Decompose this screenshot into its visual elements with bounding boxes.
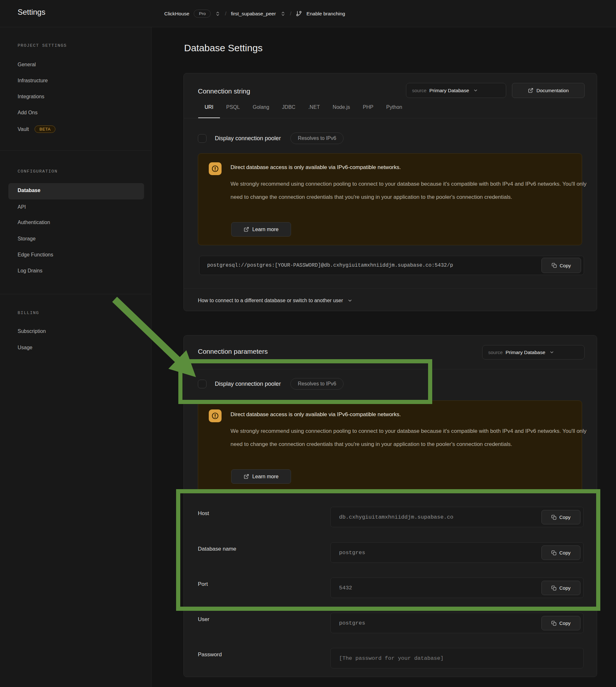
- sidebar-divider: [0, 294, 151, 294]
- tab-psql[interactable]: PSQL: [220, 104, 246, 118]
- card-title: Connection parameters: [198, 348, 268, 355]
- sidebar-item-subscription[interactable]: Subscription: [18, 329, 46, 334]
- pooler-checkbox-label: Display connection pooler: [215, 381, 281, 387]
- section-label-billing: BILLING: [18, 311, 39, 315]
- connect-help-disclosure[interactable]: How to connect to a different database o…: [198, 294, 352, 307]
- pooler-toggle-row: Display connection pooler Resolves to IP…: [198, 378, 344, 390]
- display-connection-pooler-checkbox[interactable]: [198, 134, 206, 143]
- documentation-button[interactable]: Documentation: [512, 83, 585, 98]
- source-select-label: source: [412, 88, 426, 93]
- sidebar-item-general[interactable]: General: [18, 62, 36, 68]
- sidebar-item-vault[interactable]: Vault BETA: [18, 126, 56, 133]
- warning-body: We strongly recommend using connection p…: [230, 424, 595, 451]
- chevrons-up-down-icon[interactable]: [281, 11, 286, 16]
- tab-golang[interactable]: Golang: [246, 104, 276, 118]
- source-select-value: Primary Database: [430, 88, 469, 93]
- tab-jdbc[interactable]: JDBC: [276, 104, 302, 118]
- copy-label: Copy: [559, 620, 571, 626]
- port-value: 5432: [339, 585, 352, 591]
- plan-badge: Pro: [194, 9, 211, 18]
- sidebar-divider: [0, 151, 151, 151]
- breadcrumb-org[interactable]: ClickHouse: [164, 11, 189, 17]
- source-select-label: source: [488, 350, 503, 355]
- warning-icon: [209, 409, 222, 422]
- ipv6-warning-banner: Direct database access is only available…: [198, 400, 582, 492]
- copy-host-button[interactable]: Copy: [542, 510, 580, 524]
- card-divider: [184, 369, 597, 370]
- chevron-down-icon: [549, 350, 554, 355]
- source-select[interactable]: source Primary Database: [406, 83, 506, 98]
- copy-port-button[interactable]: Copy: [542, 581, 580, 595]
- main-content: Database Settings Connection string sour…: [151, 27, 616, 687]
- source-select-value: Primary Database: [506, 350, 545, 355]
- source-select[interactable]: source Primary Database: [482, 345, 585, 359]
- connection-uri-field[interactable]: postgresql://postgres:[YOUR-PASSWORD]@db…: [199, 256, 584, 275]
- section-label-project-settings: PROJECT SETTINGS: [18, 43, 67, 48]
- password-label: Password: [198, 651, 222, 658]
- learn-more-label: Learn more: [252, 474, 279, 480]
- copy-uri-button[interactable]: Copy: [542, 258, 581, 273]
- section-label-configuration: CONFIGURATION: [18, 169, 58, 174]
- breadcrumb-separator: /: [225, 10, 226, 17]
- sidebar-item-log-drains[interactable]: Log Drains: [18, 268, 42, 274]
- sidebar: PROJECT SETTINGS General Infrastructure …: [0, 27, 151, 687]
- warning-body: We strongly recommend using connection p…: [230, 177, 595, 204]
- beta-badge: BETA: [35, 126, 56, 133]
- sidebar-item-add-ons[interactable]: Add Ons: [18, 110, 38, 115]
- copy-user-button[interactable]: Copy: [542, 616, 580, 630]
- resolves-to-ipv6-badge: Resolves to IPv6: [290, 133, 344, 144]
- port-label: Port: [198, 581, 208, 588]
- git-branch-icon: [296, 10, 302, 17]
- warning-title: Direct database access is only available…: [230, 412, 401, 418]
- user-value: postgres: [339, 620, 365, 626]
- tab-python[interactable]: Python: [380, 104, 409, 118]
- pooler-toggle-row: Display connection pooler Resolves to IP…: [198, 133, 344, 144]
- chevron-down-icon: [473, 88, 478, 93]
- page-title: Database Settings: [184, 43, 263, 53]
- host-label: Host: [198, 510, 209, 517]
- display-connection-pooler-checkbox[interactable]: [198, 380, 206, 388]
- warning-title: Direct database access is only available…: [230, 164, 401, 171]
- tab-dotnet[interactable]: .NET: [302, 104, 326, 118]
- sidebar-item-database[interactable]: Database: [18, 187, 40, 193]
- enable-branching-button[interactable]: Enable branching: [306, 11, 345, 17]
- warning-icon: [209, 162, 222, 175]
- sidebar-item-edge-functions[interactable]: Edge Functions: [18, 252, 53, 258]
- connection-parameters-card: Connection parameters source Primary Dat…: [183, 335, 597, 677]
- user-label: User: [198, 616, 210, 623]
- resolves-to-ipv6-badge: Resolves to IPv6: [290, 378, 344, 390]
- sidebar-item-api[interactable]: API: [18, 204, 26, 210]
- sidebar-item-label: Vault: [18, 127, 29, 132]
- sidebar-item-storage[interactable]: Storage: [18, 236, 36, 242]
- copy-label: Copy: [559, 514, 571, 520]
- tab-uri[interactable]: URI: [198, 104, 220, 118]
- connection-string-tabs: URI PSQL Golang JDBC .NET Node.js PHP Py…: [198, 104, 409, 118]
- chevrons-up-down-icon[interactable]: [215, 11, 220, 16]
- sidebar-item-usage[interactable]: Usage: [18, 345, 32, 351]
- learn-more-button[interactable]: Learn more: [231, 222, 291, 237]
- connection-string-card: Connection string source Primary Databas…: [183, 73, 597, 311]
- settings-title: Settings: [18, 8, 45, 17]
- external-link-icon: [528, 88, 533, 93]
- copy-icon: [551, 585, 556, 591]
- breadcrumb-project[interactable]: first_supabase_peer: [231, 11, 276, 17]
- tab-php[interactable]: PHP: [356, 104, 380, 118]
- tabs-divider: [184, 118, 597, 118]
- copy-database-name-button[interactable]: Copy: [542, 546, 580, 560]
- tab-nodejs[interactable]: Node.js: [326, 104, 356, 118]
- copy-icon: [551, 550, 556, 555]
- sidebar-item-infrastructure[interactable]: Infrastructure: [18, 78, 48, 84]
- copy-icon: [551, 515, 556, 520]
- top-bar: Settings ClickHouse Pro / first_supabase…: [0, 0, 616, 27]
- sidebar-item-authentication[interactable]: Authentication: [18, 220, 50, 225]
- learn-more-button[interactable]: Learn more: [231, 469, 291, 484]
- password-field[interactable]: [The password for your database]: [330, 648, 584, 668]
- external-link-icon: [244, 474, 249, 479]
- copy-icon: [551, 621, 556, 626]
- sidebar-item-integrations[interactable]: Integrations: [18, 94, 44, 99]
- connect-help-label: How to connect to a different database o…: [198, 298, 343, 304]
- password-placeholder: [The password for your database]: [339, 655, 443, 661]
- copy-label: Copy: [559, 550, 571, 555]
- copy-label: Copy: [559, 585, 571, 591]
- database-name-value: postgres: [339, 550, 365, 556]
